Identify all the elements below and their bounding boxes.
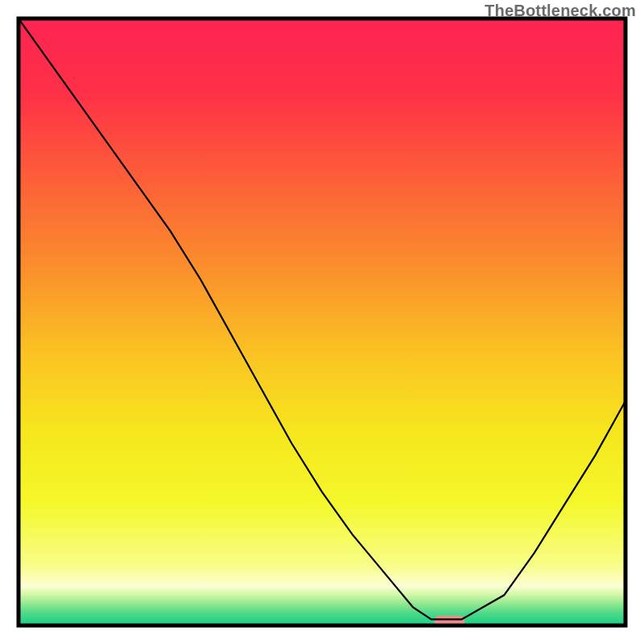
chart-container: TheBottleneck.com xyxy=(0,0,644,644)
bottleneck-chart xyxy=(0,0,644,644)
chart-background-gradient xyxy=(19,19,625,625)
watermark-text: TheBottleneck.com xyxy=(485,2,636,20)
